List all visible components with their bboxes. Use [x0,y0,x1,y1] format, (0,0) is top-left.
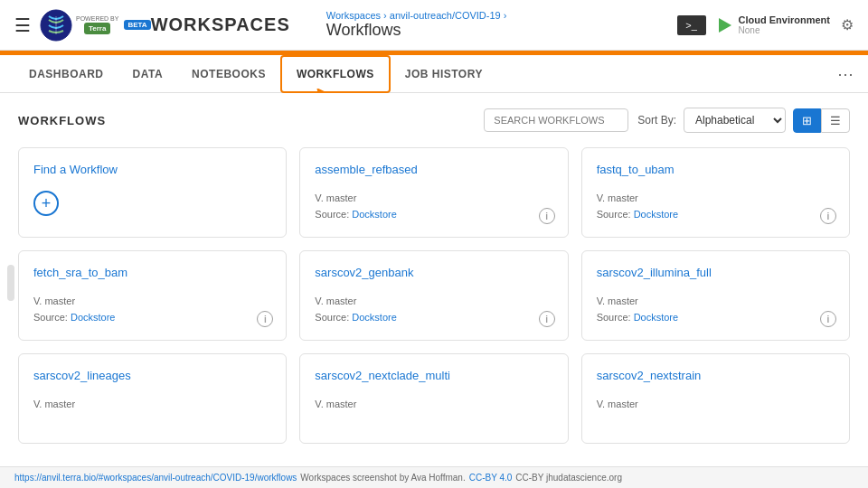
terra-badge: Terra [84,23,110,34]
beta-badge: BETA [124,20,150,30]
footer: https://anvil.terra.bio/#workspaces/anvi… [0,466,868,488]
sarscov2-illumina-full-source[interactable]: Dockstore [634,312,679,323]
sarscov2-lineages-title[interactable]: sarscov2_lineages [33,369,271,382]
top-bar: ☰ POWERED BY Terra BETA WORKSPACES Works… [0,0,868,51]
add-workflow-button[interactable]: + [33,191,59,216]
play-icon [717,17,733,33]
sarscov2-nextstrain-meta: V. master [597,397,835,413]
fastq-to-ubam-title[interactable]: fastq_to_ubam [597,163,835,176]
view-toggle: ⊞ ☰ [793,108,850,133]
search-input[interactable] [484,108,628,132]
svg-marker-2 [719,18,731,33]
scroll-indicator[interactable] [7,265,14,301]
sarscov2-nextclade-multi-meta: V. master [315,397,552,413]
card-fetch-sra-to-bam: fetch_sra_to_bam V. master Source: Docks… [18,250,287,341]
find-workflow-title[interactable]: Find a Workflow [33,163,271,176]
card-sarscov2-nextstrain: sarscov2_nextstrain V. master [581,353,850,444]
list-view-button[interactable]: ☰ [821,108,850,133]
page-title: Workflows [326,21,677,40]
footer-attribution: CC-BY jhudatascience.org [515,473,622,483]
sarscov2-nextclade-multi-title[interactable]: sarscov2_nextclade_multi [315,369,552,382]
logo-area: POWERED BY Terra BETA WORKSPACES [40,9,290,42]
fetch-sra-to-bam-meta: V. master Source: Dockstore [33,294,271,325]
sarscov2-nextclade-multi-version: V. master [315,399,356,409]
terra-logo [40,9,72,42]
assemble-refbased-meta: V. master Source: Dockstore [315,191,552,222]
assemble-refbased-title[interactable]: assemble_refbased [315,163,552,176]
sarscov2-genbank-info[interactable]: i [539,311,555,327]
nav-bar: DASHBOARD DATA NOTEBOOKS WORKFLOWS JOB H… [0,55,868,93]
assemble-refbased-version: V. master [315,192,356,203]
fetch-sra-to-bam-source[interactable]: Dockstore [71,312,116,323]
card-sarscov2-illumina-full: sarscov2_illumina_full V. master Source:… [581,250,850,341]
fetch-sra-to-bam-version: V. master [33,296,75,306]
card-fastq-to-ubam: fastq_to_ubam V. master Source: Dockstor… [581,147,850,238]
workflows-section-title: WORKFLOWS [18,114,484,127]
sarscov2-nextstrain-version: V. master [597,399,638,409]
workspaces-title: WORKSPACES [151,14,290,35]
terminal-button[interactable]: >_ [677,15,706,35]
settings-icon[interactable]: ⚙ [841,16,854,33]
sarscov2-illumina-full-title[interactable]: sarscov2_illumina_full [597,266,835,279]
sort-select[interactable]: Alphabetical Date Added Date Modified [684,108,786,133]
nav-item-notebooks[interactable]: NOTEBOOKS [177,57,280,91]
card-assemble-refbased: assemble_refbased V. master Source: Dock… [299,147,568,238]
breadcrumb-area: Workspaces › anvil-outreach/COVID-19 › W… [308,10,677,40]
sort-by-label: Sort By: [637,114,676,127]
sarscov2-genbank-version: V. master [315,296,356,306]
sarscov2-genbank-source[interactable]: Dockstore [352,312,397,323]
assemble-refbased-source[interactable]: Dockstore [352,209,397,220]
hamburger-menu[interactable]: ☰ [14,14,31,36]
assemble-refbased-info[interactable]: i [539,208,555,224]
nav-more-button[interactable]: ⋯ [837,64,854,84]
footer-license-link[interactable]: CC-BY 4.0 [469,473,513,483]
sarscov2-illumina-full-version: V. master [597,296,638,306]
powered-by-label: POWERED BY [76,15,118,23]
fastq-to-ubam-meta: V. master Source: Dockstore [597,191,835,222]
cloud-env-status: None [739,25,830,35]
card-sarscov2-nextclade-multi: sarscov2_nextclade_multi V. master [299,353,568,444]
nav-item-data[interactable]: DATA [118,57,178,91]
nav-item-job-history[interactable]: JOB HISTORY [391,57,497,91]
footer-link[interactable]: https://anvil.terra.bio/#workspaces/anvi… [14,473,297,483]
sarscov2-lineages-meta: V. master [33,397,271,413]
main-content: WORKFLOWS Sort By: Alphabetical Date Add… [0,93,868,458]
cards-grid: Find a Workflow + assemble_refbased V. m… [18,147,850,444]
card-find-workflow: Find a Workflow + [18,147,287,238]
fastq-to-ubam-version: V. master [597,192,638,203]
fetch-sra-to-bam-title[interactable]: fetch_sra_to_bam [33,266,271,279]
cloud-environment-button[interactable]: Cloud Environment None [717,14,830,35]
sarscov2-genbank-meta: V. master Source: Dockstore [315,294,552,325]
nav-item-workflows[interactable]: WORKFLOWS [280,55,391,93]
nav-item-dashboard[interactable]: DASHBOARD [14,57,118,91]
grid-view-button[interactable]: ⊞ [793,108,821,133]
top-right-controls: >_ Cloud Environment None ⚙ [677,14,854,35]
sarscov2-nextstrain-title[interactable]: sarscov2_nextstrain [597,369,835,382]
card-sarscov2-genbank: sarscov2_genbank V. master Source: Docks… [299,250,568,341]
workflows-header: WORKFLOWS Sort By: Alphabetical Date Add… [18,108,850,133]
fastq-to-ubam-source[interactable]: Dockstore [634,209,679,220]
card-sarscov2-lineages: sarscov2_lineages V. master [18,353,287,444]
sarscov2-lineages-version: V. master [33,399,75,409]
cloud-env-label: Cloud Environment [739,14,830,25]
breadcrumb[interactable]: Workspaces › anvil-outreach/COVID-19 › [326,10,677,21]
sarscov2-genbank-title[interactable]: sarscov2_genbank [315,266,552,279]
footer-description: Workspaces screenshot by Ava Hoffman. [300,473,465,483]
sarscov2-illumina-full-meta: V. master Source: Dockstore [597,294,835,325]
